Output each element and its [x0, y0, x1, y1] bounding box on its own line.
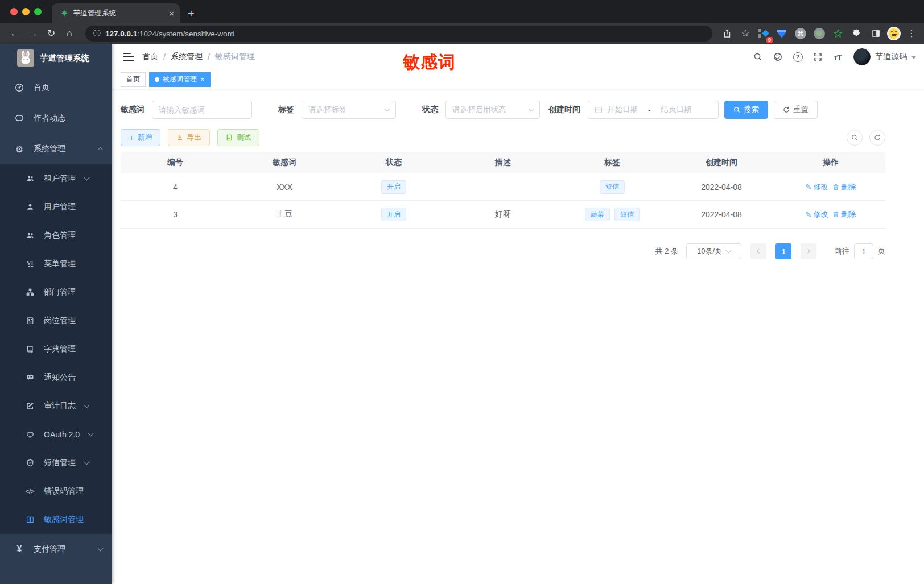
- refresh-table-button[interactable]: [869, 130, 885, 146]
- status-badge: 开启: [381, 208, 406, 221]
- page-size-select[interactable]: 10条/页: [686, 243, 741, 259]
- refresh-icon: [783, 106, 790, 113]
- red-annotation: 敏感词: [403, 51, 456, 74]
- command-extension-icon[interactable]: ⌘: [793, 26, 808, 41]
- sidebar-item-home[interactable]: 首页: [0, 72, 112, 103]
- sidebar-item-notice[interactable]: 通知公告: [0, 363, 112, 392]
- tab-title: 芋道管理系统: [73, 9, 164, 18]
- download-icon: [176, 134, 183, 141]
- sidebar-item-user[interactable]: 用户管理: [0, 193, 112, 221]
- sidebar-item-role[interactable]: 角色管理: [0, 221, 112, 250]
- navbar-tools: ? тT 芋道源码: [750, 48, 916, 65]
- sidebar-logo[interactable]: 芋道管理系统: [0, 44, 112, 72]
- log-edit-icon: [25, 401, 35, 411]
- row-word: 土豆: [230, 201, 339, 228]
- close-tag-icon[interactable]: ×: [200, 76, 205, 83]
- next-page-button[interactable]: [801, 243, 816, 259]
- export-button[interactable]: 导出: [168, 129, 210, 146]
- back-icon[interactable]: ←: [7, 26, 23, 42]
- zoom-window-button[interactable]: [34, 8, 42, 15]
- sidebar-item-tenant[interactable]: 租户管理: [0, 164, 112, 193]
- tab-close-icon[interactable]: ×: [169, 9, 174, 18]
- total-count: 共 2 条: [655, 246, 678, 256]
- add-button[interactable]: + 新增: [121, 129, 160, 146]
- show-search-toggle-button[interactable]: [847, 130, 863, 146]
- yen-icon: ¥: [14, 544, 24, 554]
- keyword-label: 敏感词: [121, 105, 145, 115]
- new-tab-button[interactable]: +: [188, 8, 195, 19]
- tag-view-sensitive-word[interactable]: 敏感词管理 ×: [149, 72, 211, 87]
- sidebar-item-dept[interactable]: 部门管理: [0, 278, 112, 307]
- test-button[interactable]: 测试: [217, 129, 259, 146]
- sidebar-item-author-news[interactable]: 作者动态: [0, 103, 112, 134]
- proxy-extension-icon[interactable]: 9: [756, 26, 770, 41]
- edit-link[interactable]: ✎修改: [806, 182, 828, 192]
- sidebar-item-audit-log[interactable]: 审计日志: [0, 392, 112, 420]
- search-icon: [733, 106, 740, 113]
- sidebar-item-sms[interactable]: 短信管理: [0, 449, 112, 477]
- help-icon[interactable]: ?: [790, 49, 805, 64]
- reset-button[interactable]: 重置: [774, 101, 818, 119]
- sidebar-item-menu[interactable]: 菜单管理: [0, 250, 112, 278]
- reload-icon[interactable]: ↻: [43, 26, 59, 42]
- tag-view-home[interactable]: 首页: [121, 72, 146, 87]
- bookmark-star-icon[interactable]: ☆: [737, 26, 753, 42]
- chevron-down-icon: [84, 175, 90, 181]
- github-icon[interactable]: [770, 49, 785, 64]
- chevron-down-icon: [385, 106, 390, 112]
- edit-link[interactable]: ✎修改: [806, 209, 828, 219]
- share-icon[interactable]: [719, 26, 735, 42]
- sidebar-item-error-code[interactable]: </> 错误码管理: [0, 477, 112, 506]
- delete-link[interactable]: 删除: [832, 182, 856, 192]
- site-info-icon[interactable]: ⓘ: [93, 28, 101, 39]
- address-bar[interactable]: ⓘ 127.0.0.1:1024/system/sensitive-word: [85, 26, 712, 42]
- col-actions: 操作: [776, 152, 885, 173]
- goto-page-input[interactable]: 1: [854, 243, 873, 259]
- keyword-input[interactable]: [159, 106, 245, 114]
- home-icon[interactable]: ⌂: [61, 26, 77, 42]
- profile-avatar[interactable]: [887, 27, 901, 40]
- close-window-button[interactable]: [10, 8, 18, 15]
- dashboard-icon: [14, 82, 24, 93]
- search-button[interactable]: 搜索: [724, 101, 768, 119]
- status-select[interactable]: 请选择启用状态: [446, 101, 540, 119]
- sidebar-item-post[interactable]: 岗位管理: [0, 307, 112, 335]
- caret-down-icon: [911, 56, 916, 59]
- minimize-window-button[interactable]: [22, 8, 30, 15]
- breadcrumb-home[interactable]: 首页: [142, 52, 158, 62]
- roles-icon: [25, 231, 35, 241]
- code-icon: </>: [25, 487, 35, 496]
- gem-extension-icon[interactable]: [774, 26, 789, 41]
- side-panel-icon[interactable]: [868, 26, 883, 41]
- browser-tabstrip: 芋道管理系统 × +: [0, 0, 924, 23]
- current-page[interactable]: 1: [776, 243, 791, 259]
- sidebar-item-sensitive-word[interactable]: 敏感词管理: [0, 506, 112, 534]
- status-label: 状态: [422, 105, 438, 115]
- tag-select[interactable]: 请选择标签: [302, 101, 396, 119]
- sidebar-item-payment[interactable]: ¥ 支付管理: [0, 534, 112, 565]
- star-extension-icon[interactable]: [831, 26, 845, 41]
- browser-tab[interactable]: 芋道管理系统 ×: [52, 3, 180, 23]
- forward-icon[interactable]: →: [25, 26, 41, 42]
- breadcrumb-system[interactable]: 系统管理: [171, 52, 203, 62]
- sidebar-item-system[interactable]: ⚙ 系统管理: [0, 134, 112, 164]
- sidebar-item-oauth[interactable]: OAuth 2.0: [0, 420, 112, 449]
- chevron-down-icon: [529, 106, 534, 112]
- user-menu[interactable]: 芋道源码: [853, 48, 916, 65]
- puzzle-extensions-icon[interactable]: [849, 26, 864, 41]
- chevron-up-icon: [98, 147, 104, 153]
- col-status: 状态: [339, 152, 448, 173]
- header-search-icon[interactable]: [750, 49, 765, 64]
- collapse-sidebar-icon[interactable]: [123, 53, 134, 61]
- font-size-icon[interactable]: тT: [830, 49, 845, 64]
- app-root: 芋道管理系统 首页: [0, 44, 924, 584]
- delete-link[interactable]: 删除: [832, 209, 856, 219]
- prev-page-button[interactable]: [750, 243, 766, 259]
- url-host: 127.0.0.1: [105, 30, 137, 38]
- date-range-picker[interactable]: 开始日期 - 结束日期: [588, 101, 719, 119]
- fullscreen-icon[interactable]: [810, 49, 825, 64]
- recorder-extension-icon[interactable]: [812, 26, 827, 41]
- sidebar-menu: 首页 作者动态 ⚙ 系统管理: [0, 72, 112, 584]
- sidebar-item-dict[interactable]: 字典管理: [0, 335, 112, 363]
- browser-menu-icon[interactable]: ⋮: [905, 28, 918, 39]
